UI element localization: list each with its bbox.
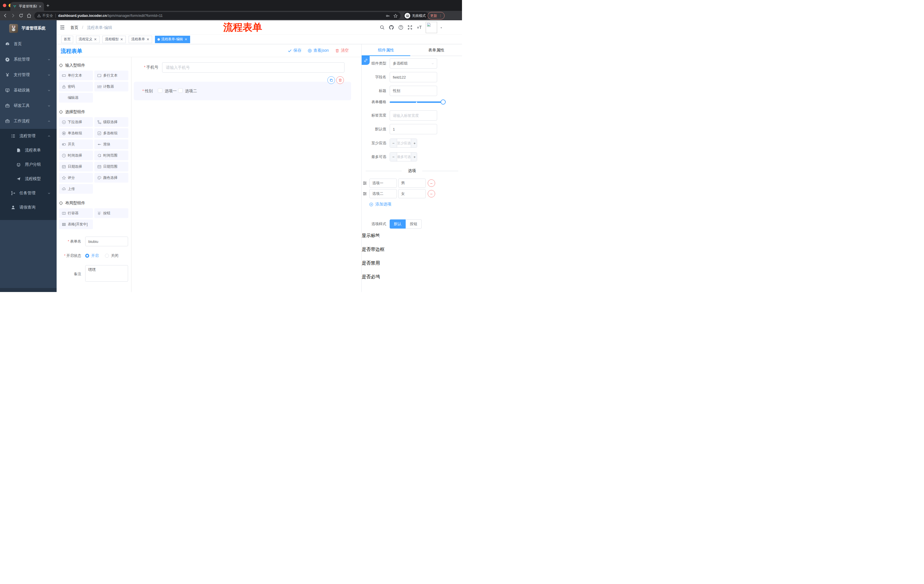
option-2-label-input[interactable] [370,189,397,198]
style-default-button[interactable]: 默认 [390,219,406,229]
tab-form-props[interactable]: 表单属性 [410,44,462,56]
comp-cascader[interactable]: 级联选择 [94,117,129,127]
security-label[interactable]: 不安全 [42,13,53,18]
save-button[interactable]: 保存 [288,48,301,53]
sidebar-item-workflow[interactable]: 工作流程 [0,114,57,129]
tag-home[interactable]: 首页 [61,36,73,43]
status-radio-on[interactable]: 开启 [85,253,99,258]
canvas-field-phone[interactable]: *手机号 [132,62,361,72]
default-value-input[interactable] [390,124,437,134]
comp-checkbox-group[interactable]: 多选框组 [94,128,129,138]
sidebar-item-system[interactable]: 系统管理 [0,52,57,67]
label-width-input[interactable] [390,110,437,120]
browser-back-icon[interactable] [3,13,8,18]
delete-field-button[interactable] [336,76,344,84]
comp-editor[interactable]: 编辑器 [59,93,93,102]
sidebar-item-process-model[interactable]: 流程模型 [0,172,57,186]
hamburger-icon[interactable] [59,25,65,30]
stepper-minus-button[interactable]: − [390,153,397,161]
comp-multi-text[interactable]: 多行文本 [94,71,129,80]
stepper-plus-button[interactable]: + [411,139,417,147]
comp-date-picker[interactable]: 日期选择 [59,162,93,171]
view-json-button[interactable]: 查看json [308,48,329,53]
app-logo[interactable]: 🐰 芋道管理系统 [0,20,57,36]
max-select-value[interactable]: 最多可选 [397,153,411,161]
field-name-input[interactable] [390,72,437,82]
fullscreen-icon[interactable] [408,25,412,30]
comp-time-range[interactable]: 时间范围 [94,151,129,160]
comp-upload[interactable]: 上传 [59,184,93,194]
comp-switch[interactable]: 开关 [59,140,93,149]
comp-button[interactable]: 按钮 [94,208,129,218]
search-icon[interactable] [380,25,385,30]
comp-radio-group[interactable]: 单选框组 [59,128,93,138]
tag-process-form[interactable]: 流程表单 [129,36,152,43]
browser-reload-icon[interactable] [18,13,24,18]
grid-slider[interactable] [390,99,446,105]
component-type-select[interactable]: 多选框组 [390,58,437,69]
sidebar-item-devtools[interactable]: 研发工具 [0,98,57,114]
bookmark-star-icon[interactable] [393,14,398,18]
sidebar-item-payment[interactable]: 支付管理 [0,67,57,82]
comp-time-picker[interactable]: 时间选择 [59,151,93,160]
canvas-field-gender-selected[interactable]: *性别 选项一 选项二 [134,82,351,100]
comp-counter[interactable]: 123计数器 [94,82,129,91]
avatar-caret-icon[interactable] [440,26,443,30]
browser-tab[interactable]: 芋道管理系统 [10,2,44,11]
font-size-icon[interactable] [416,25,422,30]
sidebar-item-process-form[interactable]: 流程表单 [0,143,57,158]
comp-color-picker[interactable]: 颜色选择 [94,173,129,183]
sidebar-item-process-mgmt[interactable]: 流程管理 [0,129,57,143]
sidebar-item-leave-query[interactable]: 请假查询 [0,200,57,215]
form-remark-textarea[interactable]: 嘿嘿 [85,265,128,282]
password-key-icon[interactable] [386,14,390,18]
sidebar-item-task-mgmt[interactable]: 任务管理 [0,186,57,200]
browser-menu-kebab-icon[interactable]: ⋮ [439,14,442,17]
form-name-input[interactable] [85,237,128,246]
avatar[interactable] [426,22,437,33]
github-icon[interactable] [389,25,394,30]
browser-forward-icon[interactable] [10,13,16,18]
comp-row-container[interactable]: 行容器 [59,208,93,218]
sidebar-item-home[interactable]: 首页 [0,36,57,52]
tag-process-model[interactable]: 流程模型 [102,36,126,43]
comp-select[interactable]: 下拉选择 [59,117,93,127]
traffic-close-button[interactable] [3,4,6,7]
gender-checkbox-1[interactable] [158,88,162,93]
comp-table-dev[interactable]: 表格[开发中] [59,219,93,229]
remove-option-button[interactable]: − [428,190,435,197]
option-2-value-input[interactable] [398,189,426,198]
drag-handle-icon[interactable] [363,191,367,196]
tab-close-icon[interactable] [39,5,42,8]
comp-slider[interactable]: 滑块 [94,140,129,149]
slider-handle[interactable] [441,99,446,105]
style-button-button[interactable]: 按钮 [406,219,422,229]
help-icon[interactable] [398,25,403,30]
tag-close-icon[interactable] [185,38,188,41]
sidebar-item-infra[interactable]: 基础设施 [0,82,57,98]
gender-checkbox-2[interactable] [178,88,183,93]
phone-input[interactable] [162,62,345,72]
sidebar-item-user-group[interactable]: 用户分组 [0,158,57,172]
drag-handle-icon[interactable] [363,181,367,186]
comp-password[interactable]: 密码 [59,82,93,91]
stepper-plus-button[interactable]: + [411,153,417,161]
remove-option-button[interactable]: − [428,179,435,187]
address-bar[interactable]: 不安全 dashboard.yudao.iocoder.cn /bpm/mana… [34,12,401,20]
tag-process-definition[interactable]: 流程定义 [76,36,99,43]
new-tab-button[interactable] [46,4,50,7]
tag-process-form-edit[interactable]: 流程表单-编辑 [155,36,190,43]
tab-component-props[interactable]: 组件属性 [361,44,410,56]
comp-rate[interactable]: 评分 [59,173,93,183]
title-input[interactable] [390,86,437,96]
tag-close-icon[interactable] [120,38,123,41]
comp-date-range[interactable]: 日期范围 [94,162,129,171]
browser-update-button[interactable]: 更新 ⋮ [428,12,445,20]
tag-close-icon[interactable] [94,38,97,41]
add-option-button[interactable]: 添加选项 [369,202,462,207]
option-1-label-input[interactable] [370,179,397,188]
tag-close-icon[interactable] [146,38,150,41]
breadcrumb-home[interactable]: 首页 [70,25,78,30]
form-canvas[interactable]: *手机号 *性别 选项一 选项二 [132,57,361,292]
min-select-value[interactable]: 至少应选 [397,139,411,147]
